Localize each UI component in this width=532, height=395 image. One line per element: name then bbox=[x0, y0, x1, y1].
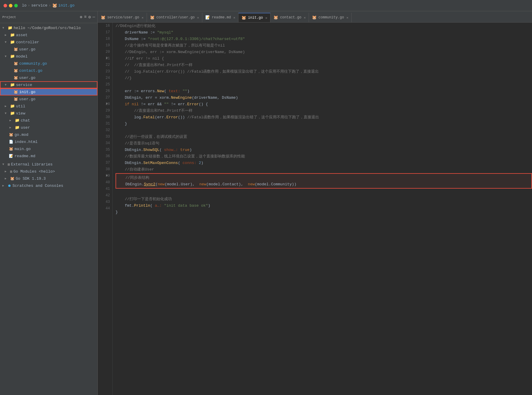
line-num-35: 35 bbox=[98, 146, 112, 153]
sidebar-item-scratches[interactable]: ▶ ⏺ Scratches and Consoles bbox=[0, 182, 97, 189]
code-line-27: DbEngin, err = xorm.NewEngine(driverName… bbox=[116, 94, 532, 101]
gomodules-arrow: ▶ bbox=[5, 170, 9, 173]
sidebar-close-icon[interactable]: — bbox=[93, 15, 95, 20]
line-num-34: 34 bbox=[98, 140, 112, 146]
breadcrumb-service[interactable]: service bbox=[31, 3, 47, 8]
sidebar-tree: ▼ 📁 hello ~/Code/goRoot/src/hello ▶ 📁 as… bbox=[0, 23, 97, 395]
scratches-icon: ⏺ bbox=[8, 184, 11, 188]
sidebar-item-asset[interactable]: ▶ 📁 asset bbox=[0, 31, 97, 39]
code-editor[interactable]: 16 17 18 19 20 ▶21 22 23 24 25 26 27 ▶28… bbox=[98, 23, 532, 395]
sidebar-header: Project ⊕ ≡ ⚙ — bbox=[0, 11, 97, 23]
service-folder-icon: 📁 bbox=[10, 82, 15, 87]
tab-label-6: community.go bbox=[318, 15, 344, 20]
sidebar-item-controller-user[interactable]: 🐹 user.go bbox=[0, 46, 97, 53]
tab-close-5[interactable]: ✕ bbox=[304, 16, 306, 20]
line-num-36: 36 bbox=[98, 153, 112, 160]
code-line-39: //同步表结构 bbox=[116, 174, 531, 181]
gosdk-label: Go SDK 1.19.3 bbox=[16, 176, 97, 181]
go-file-icon-3: 🐹 bbox=[14, 69, 18, 73]
close-button[interactable] bbox=[4, 4, 7, 7]
model-user-label: user.go bbox=[19, 76, 97, 80]
util-arrow: ▶ bbox=[5, 104, 9, 108]
sidebar-item-gosdk[interactable]: ▶ 🐹 Go SDK 1.19.3 bbox=[0, 175, 97, 182]
sidebar-item-service[interactable]: ▼ 📁 service bbox=[0, 81, 97, 88]
maximize-button[interactable] bbox=[14, 4, 18, 7]
line-num-33: 33 bbox=[98, 133, 112, 140]
tab-close-6[interactable]: ✕ bbox=[346, 16, 348, 20]
model-folder-icon: 📁 bbox=[10, 54, 15, 59]
sidebar-item-readme[interactable]: 📝 readme.md bbox=[0, 152, 97, 160]
code-line-34: //是否显示sql语句 bbox=[116, 140, 532, 146]
tab-close-3[interactable]: ✕ bbox=[233, 16, 235, 20]
sidebar-item-maingo[interactable]: 🐹 main.go bbox=[0, 145, 97, 152]
tab-icon-5: 🐹 bbox=[273, 15, 278, 20]
gomod-icon: 🐹 bbox=[9, 133, 13, 137]
tab-service-user[interactable]: 🐹 service/user.go ✕ bbox=[98, 13, 147, 22]
sidebar-header-icons: ⊕ ≡ ⚙ — bbox=[80, 15, 95, 20]
view-arrow: ▼ bbox=[5, 112, 9, 115]
code-line-19: //这个操作有可能是变量再次赋值了，所以有可能是个nil bbox=[116, 42, 532, 49]
util-label: util bbox=[16, 104, 97, 109]
tab-contact[interactable]: 🐹 contact.go ✕ bbox=[270, 13, 309, 22]
code-line-38: //自动建表User bbox=[116, 166, 532, 173]
sidebar-item-service-init[interactable]: 🐹 init.go bbox=[0, 88, 97, 95]
main-layout: Project ⊕ ≡ ⚙ — ▼ 📁 hello ~/Code/goRoot/… bbox=[0, 11, 532, 395]
code-line-44: } bbox=[116, 209, 532, 215]
external-label: External Libraries bbox=[11, 162, 97, 167]
model-community-label: community.go bbox=[19, 61, 97, 66]
tab-readme[interactable]: 📝 readme.md ✕ bbox=[202, 13, 238, 22]
tab-controller-user[interactable]: 🐹 controller/user.go ✕ bbox=[147, 13, 202, 22]
sidebar-collapse-icon[interactable]: ≡ bbox=[84, 15, 86, 20]
sidebar-item-model-user[interactable]: 🐹 user.go bbox=[0, 74, 97, 81]
breadcrumb-sep-2: › bbox=[49, 3, 51, 8]
breadcrumb-lo[interactable]: lo bbox=[22, 3, 27, 8]
sidebar-item-view-chat[interactable]: ▶ 📁 chat bbox=[0, 117, 97, 124]
code-line-18: DsName := "root:@(127.0.0.1:3306)/chat?c… bbox=[116, 36, 532, 42]
sidebar-item-view[interactable]: ▼ 📁 view bbox=[0, 110, 97, 117]
sidebar-item-model-contact[interactable]: 🐹 contact.go bbox=[0, 67, 97, 74]
maingo-label: main.go bbox=[15, 147, 97, 151]
tab-community[interactable]: 🐹 community.go ✕ bbox=[309, 13, 352, 22]
sidebar-item-view-user[interactable]: ▶ 📁 user bbox=[0, 124, 97, 131]
minimize-button[interactable] bbox=[9, 4, 12, 7]
tab-init[interactable]: 🐹 init.go ✕ bbox=[238, 13, 270, 22]
line-num-29: 29 bbox=[98, 107, 112, 114]
line-num-25: 25 bbox=[98, 81, 112, 88]
code-line-42: //打印一下是否初始化成功 bbox=[116, 196, 532, 202]
code-line-30: log.Fatal(err.Error()) //Fatal函数作用，如果模版渲… bbox=[116, 114, 532, 120]
sidebar-item-indexhtml[interactable]: 📄 index.html bbox=[0, 138, 97, 145]
code-line-36: //数据库最大链接数，线上环境自己设置，这个直接影响数据库的性能 bbox=[116, 153, 532, 160]
sidebar-item-gomod[interactable]: 🐹 go.mod bbox=[0, 131, 97, 138]
sidebar-item-model-community[interactable]: 🐹 community.go bbox=[0, 60, 97, 67]
tab-icon-3: 📝 bbox=[205, 15, 210, 20]
go-file-icon-6: 🐹 bbox=[14, 97, 18, 101]
user-label: user bbox=[21, 125, 97, 130]
sidebar-item-gomodules[interactable]: ▶ ▦ Go Modules <hello> bbox=[0, 168, 97, 175]
breadcrumb-file[interactable]: init.go bbox=[58, 3, 75, 8]
sidebar-item-controller[interactable]: ▼ 📁 controller bbox=[0, 39, 97, 46]
tab-label-2: controller/user.go bbox=[156, 15, 195, 20]
chat-folder-icon: 📁 bbox=[15, 118, 20, 123]
tab-close-2[interactable]: ✕ bbox=[197, 16, 199, 20]
service-arrow: ▼ bbox=[5, 83, 9, 87]
editor-area: 🐹 service/user.go ✕ 🐹 controller/user.go… bbox=[98, 11, 532, 395]
sidebar-settings-icon[interactable]: ⚙ bbox=[88, 15, 91, 20]
sidebar-item-util[interactable]: ▶ 📁 util bbox=[0, 103, 97, 110]
sidebar-item-service-user[interactable]: 🐹 user.go bbox=[0, 95, 97, 103]
code-line-28: if nil != err && "" != err.Error() { bbox=[116, 101, 532, 107]
line-num-18: 18 bbox=[98, 36, 112, 42]
code-line-23: // log.Fatal(err.Error()) //Fatal函数作用，如果… bbox=[116, 68, 532, 75]
sidebar-add-icon[interactable]: ⊕ bbox=[80, 15, 82, 20]
sidebar: Project ⊕ ≡ ⚙ — ▼ 📁 hello ~/Code/goRoot/… bbox=[0, 11, 98, 395]
tab-close-4[interactable]: ✕ bbox=[265, 16, 267, 20]
line-num-26: 26 bbox=[98, 88, 112, 94]
tab-close-1[interactable]: ✕ bbox=[142, 16, 144, 20]
sidebar-item-external[interactable]: ▼ ▦ External Libraries bbox=[0, 161, 97, 168]
gosdk-arrow: ▶ bbox=[5, 177, 9, 180]
tree-root[interactable]: ▼ 📁 hello ~/Code/goRoot/src/hello bbox=[0, 24, 97, 31]
code-line-29: //直接退出和fmt.Printf不一样 bbox=[116, 107, 532, 114]
external-arrow: ▼ bbox=[2, 163, 7, 166]
model-arrow: ▼ bbox=[5, 55, 9, 58]
sidebar-item-model[interactable]: ▼ 📁 model bbox=[0, 53, 97, 60]
code-line-16: //DbEngin进行初始化 bbox=[116, 23, 532, 29]
